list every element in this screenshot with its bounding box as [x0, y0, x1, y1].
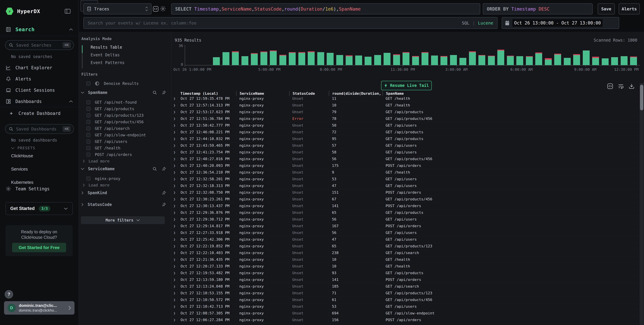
checkbox[interactable] — [86, 140, 90, 144]
column-header-4[interactable]: round(divide(Duration, — [329, 91, 382, 96]
bar-segment-ok[interactable] — [478, 55, 485, 65]
bar-segment-error[interactable] — [251, 53, 258, 54]
more-filters-button[interactable]: More filters — [81, 216, 165, 224]
row-expand-chevron-icon[interactable]: ❯ — [173, 237, 177, 242]
table-row[interactable]: ❯Oct 27 12:10:53.155 PMnginx-proxyUnset7… — [173, 290, 638, 297]
table-row[interactable]: ❯Oct 27 12:10:42.713 PMnginx-proxyUnset5… — [173, 303, 638, 310]
row-expand-chevron-icon[interactable]: ❯ — [173, 251, 177, 255]
table-row[interactable]: ❯Oct 27 12:46:08.221 PMnginx-proxyUnset7… — [173, 129, 638, 135]
bar-segment-ok[interactable] — [327, 53, 334, 65]
row-expand-chevron-icon[interactable]: ❯ — [173, 224, 177, 228]
bar-segment-error[interactable] — [440, 56, 447, 57]
saved-dashboards-input[interactable]: Saved Dashboards ⌘K — [5, 124, 74, 134]
time-range-picker[interactable]: Oct 26 13:00:00 - Oct 27 13:00:00 — [502, 17, 619, 29]
row-expand-chevron-icon[interactable]: ❯ — [173, 217, 177, 221]
bar-segment-ok[interactable] — [251, 54, 258, 65]
bar-segment-error[interactable] — [554, 54, 561, 54]
denoise-results-checkbox[interactable]: Denoise Results — [86, 80, 139, 87]
bar-segment-ok[interactable] — [364, 57, 372, 65]
table-row[interactable]: ❯Oct 27 12:30:13.437 PMnginx-proxyUnset1… — [173, 203, 638, 209]
alerts-button[interactable]: Alerts — [619, 3, 640, 14]
filter-section-spanname[interactable]: SpanName — [80, 90, 166, 95]
row-expand-chevron-icon[interactable]: ❯ — [173, 231, 177, 235]
row-expand-chevron-icon[interactable]: ❯ — [173, 103, 177, 107]
bar-segment-ok[interactable] — [564, 58, 571, 65]
row-expand-chevron-icon[interactable]: ❯ — [173, 284, 177, 289]
column-header-3[interactable]: StatusCode — [289, 91, 329, 96]
sidebar-item-chart-explorer[interactable]: Chart Explorer — [6, 65, 73, 70]
filter-checkbox-item[interactable]: GET /health — [86, 145, 120, 151]
bar-segment-ok[interactable] — [431, 55, 438, 65]
bar-segment-error[interactable] — [260, 51, 267, 52]
get-started-free-button[interactable]: Get Started for Free — [12, 243, 66, 252]
bar-segment-error[interactable] — [488, 56, 495, 56]
bar-segment-error[interactable] — [507, 56, 514, 56]
filter-checkbox-item[interactable]: GET /api/products — [86, 105, 134, 112]
table-row[interactable]: ❯Oct 27 12:10:50.572 PMnginx-proxyUnset6… — [173, 297, 638, 303]
row-expand-chevron-icon[interactable]: ❯ — [173, 143, 177, 148]
saved-searches-input[interactable]: Saved Searches ⌘K — [5, 40, 74, 50]
gear-icon[interactable] — [160, 5, 166, 12]
table-row[interactable]: ❯Oct 27 12:30:23.261 PMnginx-proxyUnset6… — [173, 196, 638, 203]
table-row[interactable]: ❯Oct 27 12:29:14.817 PMnginx-proxyUnset1… — [173, 223, 638, 229]
bar-segment-error[interactable] — [497, 50, 504, 50]
bar-segment-ok[interactable] — [280, 55, 286, 65]
pin-icon[interactable] — [162, 191, 166, 195]
search-icon[interactable] — [152, 167, 157, 171]
resume-live-tail-button[interactable]: Resume Live Tail — [381, 81, 432, 90]
table-row[interactable]: ❯Oct 27 12:32:58.201 PMnginx-proxyUnset5… — [173, 176, 638, 182]
get-started-box[interactable]: Get Started 3/3 — [6, 202, 73, 215]
filter-checkbox-item[interactable]: GET /api/slow-endpoint — [86, 132, 146, 138]
analysis-mode-results-table[interactable]: Results Table — [90, 45, 122, 50]
bar-segment-error[interactable] — [289, 52, 296, 53]
bar-segment-ok[interactable] — [535, 53, 542, 65]
bar-segment-ok[interactable] — [213, 57, 220, 65]
bar-segment-ok[interactable] — [412, 57, 419, 65]
checkbox[interactable] — [86, 113, 90, 117]
bar-segment-ok[interactable] — [573, 55, 580, 65]
row-expand-chevron-icon[interactable]: ❯ — [173, 184, 177, 188]
pin-icon[interactable] — [162, 90, 166, 95]
table-row[interactable]: ❯Oct 27 12:40:27.016 PMnginx-proxyUnset5… — [173, 156, 638, 162]
table-row[interactable]: ❯Oct 27 12:27:33.918 PMnginx-proxyUnset5… — [173, 229, 638, 236]
table-row[interactable]: ❯Oct 27 12:21:36.435 PMnginx-proxyUnset1… — [173, 256, 638, 263]
bar-segment-ok[interactable] — [260, 52, 267, 65]
bar-segment-error[interactable] — [535, 52, 542, 53]
preset-item-clickhouse[interactable]: ClickHouse — [11, 153, 34, 158]
checkbox[interactable] — [86, 133, 90, 137]
bar-segment-ok[interactable] — [422, 53, 428, 65]
filter-checkbox-item[interactable]: GET /api/users — [86, 138, 127, 145]
bar-segment-error[interactable] — [478, 55, 485, 55]
bar-segment-ok[interactable] — [516, 56, 523, 65]
bar-segment-ok[interactable] — [611, 57, 618, 65]
code-column-icon[interactable] — [607, 83, 613, 89]
search-icon[interactable] — [152, 90, 157, 95]
bar-segment-ok[interactable] — [298, 53, 305, 65]
bar-segment-error[interactable] — [346, 55, 352, 56]
bar-segment-error[interactable] — [393, 54, 400, 55]
sidebar-collapse-icon[interactable] — [65, 9, 70, 14]
bar-segment-ok[interactable] — [336, 55, 343, 65]
scrollbar-thumb[interactable] — [640, 85, 643, 110]
column-header-2[interactable]: ServiceName — [236, 91, 289, 96]
checkbox[interactable] — [86, 107, 90, 111]
filter-checkbox-item[interactable]: GET /api/products/456 — [86, 119, 144, 125]
row-expand-chevron-icon[interactable]: ❯ — [173, 137, 177, 141]
row-expand-chevron-icon[interactable]: ❯ — [173, 117, 177, 121]
sql-select-input[interactable]: SELECT Timestamp,ServiceName,StatusCode,… — [171, 3, 480, 14]
bar-segment-error[interactable] — [280, 55, 286, 55]
column-header-5[interactable]: SpanName — [382, 91, 638, 96]
table-row[interactable]: ❯Oct 27 12:43:59.465 PMnginx-proxyUnset5… — [173, 142, 638, 149]
table-row[interactable]: ❯Oct 27 12:13:59.180 PMnginx-proxyUnset1… — [173, 276, 638, 283]
results-histogram[interactable]: 36 0 Oct 26 1:00:00 PM5:00:00 PM8:00:00 … — [185, 45, 640, 65]
row-expand-chevron-icon[interactable]: ❯ — [173, 264, 177, 268]
text-wrap-icon[interactable] — [618, 83, 624, 89]
bar-segment-ok[interactable] — [507, 56, 514, 65]
table-row[interactable]: ❯Oct 27 12:36:54.210 PMnginx-proxyUnset9… — [173, 169, 638, 176]
table-row[interactable]: ❯Oct 27 12:53:17.623 PMnginx-proxyUnset7… — [173, 109, 638, 115]
bar-segment-ok[interactable] — [469, 52, 476, 65]
bar-segment-ok[interactable] — [374, 55, 381, 65]
load-more-button[interactable]: Load more — [82, 158, 110, 164]
row-expand-chevron-icon[interactable]: ❯ — [173, 177, 177, 181]
presets-toggle[interactable]: PRESETS — [11, 146, 36, 150]
